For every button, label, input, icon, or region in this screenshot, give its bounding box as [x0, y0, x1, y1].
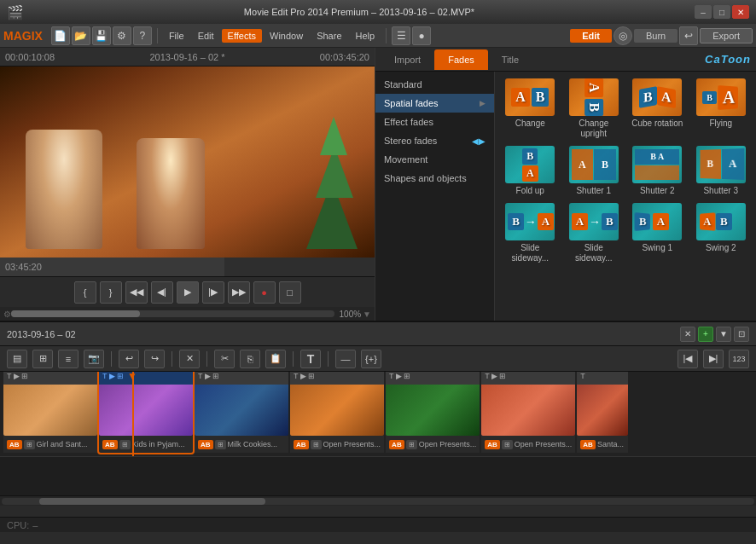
effect-change-upright[interactable]: A B Change upright [566, 78, 623, 139]
expand-button[interactable]: ⊡ [734, 327, 749, 342]
copy-button[interactable]: ⎘ [240, 350, 260, 368]
timeline-menu-button[interactable]: ▼ [716, 327, 731, 342]
save-button[interactable]: 💾 [92, 26, 111, 45]
sidebar-item-spatial[interactable]: Spatial fades ▶ [375, 94, 494, 113]
effect-tool-button[interactable]: {+} [361, 350, 381, 368]
clip-open2[interactable]: T ▶ ⊞ AB ⊞ Open Presents... [386, 372, 480, 453]
menu-help[interactable]: Help [350, 29, 381, 43]
undo-button[interactable]: ↩ [119, 350, 139, 368]
timeline-scrollbar[interactable] [0, 495, 756, 506]
sidebar-item-effect[interactable]: Effect fades [375, 113, 494, 131]
mark-out-button[interactable]: } [100, 281, 122, 304]
window-title: Movie Edit Pro 2014 Premium – 2013-09-16… [24, 7, 695, 17]
close-button[interactable]: ✕ [732, 5, 749, 19]
export-button[interactable]: Export [700, 28, 753, 43]
clip-girl-sant[interactable]: T ▶ ⊞ AB ⊞ Girl and Sant... [3, 372, 97, 453]
settings-button[interactable]: ⚙ [113, 26, 131, 45]
end-button[interactable]: ▶| [703, 350, 724, 368]
effect-thumb-slide1: B → A [505, 203, 555, 240]
effect-slide1[interactable]: B → A Slide sideway... [502, 203, 559, 263]
new-button[interactable]: 📄 [51, 26, 70, 45]
close-timeline-button[interactable]: ✕ [680, 327, 695, 342]
menu-file[interactable]: File [163, 29, 190, 43]
sidebar-item-movement[interactable]: Movement [375, 150, 494, 169]
effect-thumb-change: A B → [505, 78, 555, 116]
menu-effects[interactable]: Effects [222, 29, 262, 43]
sidebar-item-stereo[interactable]: Stereo fades ◀▶ [375, 131, 494, 150]
title-bar: 🎬 Movie Edit Pro 2014 Premium – 2013-09-… [0, 0, 756, 24]
effect-shutter2[interactable]: B A Shutter 2 [629, 146, 686, 196]
scroll-track[interactable] [11, 310, 334, 317]
redo-button[interactable]: ↪ [144, 350, 165, 368]
view-mode-button[interactable]: ▤ [7, 350, 27, 368]
preview-position: 03:45:20 [5, 262, 42, 272]
extra-icon[interactable]: ☰ [392, 26, 410, 45]
burn-icon[interactable]: ◎ [614, 26, 632, 45]
paste-button[interactable]: 📋 [265, 350, 286, 368]
effect-cube-rotation[interactable]: B A Cube rotation [629, 78, 686, 139]
sidebar-item-standard[interactable]: Standard [375, 75, 494, 94]
sep2 [386, 28, 387, 43]
snapshot-button[interactable]: □ [279, 281, 301, 304]
menu-window[interactable]: Window [264, 29, 309, 43]
preview-scrollbar[interactable]: ⚙ 100% ▼ [0, 307, 375, 321]
add-track-button[interactable]: + [698, 327, 713, 342]
edit-mode-button[interactable]: Edit [570, 29, 612, 43]
effect-swing1[interactable]: B A Swing 1 [629, 203, 686, 263]
timeline-scroll-thumb[interactable] [39, 498, 265, 505]
preview-header: 00:00:10:08 2013-09-16 – 02 * 00:03:45:2… [0, 48, 375, 67]
effect-shutter3[interactable]: B A Shutter 3 [693, 146, 750, 196]
mark-in-button[interactable]: { [74, 281, 96, 304]
ab-badge7: AB [580, 440, 596, 449]
step-back-button[interactable]: ◀| [151, 281, 173, 304]
toolbar-sep5 [328, 351, 329, 367]
window-controls[interactable]: – □ ✕ [695, 5, 749, 19]
minimize-button[interactable]: – [695, 5, 712, 19]
play-button[interactable]: ▶ [177, 281, 199, 304]
tab-import[interactable]: Import [381, 49, 434, 70]
tab-title[interactable]: Title [488, 49, 532, 70]
effects-panel: Import Fades Title CaToon Standard Spati… [375, 48, 756, 321]
timecode-start: 00:00:10:08 [5, 52, 55, 62]
menu-bar: MAGIX 📄 📂 💾 ⚙ ? File Edit Effects Window… [0, 24, 756, 48]
tab-fades[interactable]: Fades [434, 49, 488, 70]
back-icon[interactable]: ↩ [679, 26, 698, 45]
menu-share[interactable]: Share [311, 29, 347, 43]
help-tool-button[interactable]: ? [133, 26, 152, 45]
marker-button[interactable]: — [335, 350, 356, 368]
clip-santa[interactable]: T AB Santa... [577, 372, 628, 453]
record-button[interactable]: ● [253, 281, 276, 304]
camera-button[interactable]: 📷 [84, 350, 104, 368]
scroll-thumb[interactable] [11, 310, 140, 317]
list-view-button[interactable]: ≡ [58, 350, 79, 368]
open-button[interactable]: 📂 [72, 26, 90, 45]
clip-kids-pyjam[interactable]: T ▶ ⊞ AB ⊞ Kids in Pyjam... [99, 372, 193, 453]
effect-swing2[interactable]: A B Swing 2 [693, 203, 750, 263]
step-forward-button[interactable]: |▶ [202, 281, 224, 304]
sidebar-item-shapes[interactable]: Shapes and objects [375, 169, 494, 188]
delete-button[interactable]: ✕ [179, 350, 200, 368]
grid-view-button[interactable]: ⊞ [32, 350, 53, 368]
toolbar-sep2 [172, 351, 172, 367]
clip-open1[interactable]: T ▶ ⊞ AB ⊞ Open Presents... [290, 372, 384, 453]
burn-button[interactable]: Burn [634, 29, 677, 43]
effect-shutter1[interactable]: A B Shutter 1 [566, 146, 623, 196]
timeline-scroll-track[interactable] [2, 498, 754, 505]
preview-position-bar[interactable]: 03:45:20 [0, 258, 375, 276]
effect-slide2[interactable]: A → B Slide sideway... [566, 203, 623, 263]
effect-change[interactable]: A B → Change [502, 78, 559, 139]
toolbar-sep3 [206, 351, 207, 367]
start-button[interactable]: |◀ [677, 350, 698, 368]
media-icon[interactable]: ● [412, 26, 431, 45]
next-frame-button[interactable]: ▶▶ [228, 281, 250, 304]
effect-flying[interactable]: B A Flying [693, 78, 750, 139]
text-button[interactable]: T [300, 350, 321, 368]
maximize-button[interactable]: □ [713, 5, 730, 19]
clip-open3[interactable]: T ▶ ⊞ AB ⊞ Open Presents... [481, 372, 575, 453]
effect-fold-up[interactable]: B A Fold up [502, 146, 559, 196]
prev-frame-button[interactable]: ◀◀ [125, 281, 148, 304]
cut-button[interactable]: ✂ [214, 350, 235, 368]
counter-button[interactable]: 123 [729, 350, 749, 368]
menu-edit[interactable]: Edit [192, 29, 220, 43]
clip-milk[interactable]: T ▶ ⊞ AB ⊞ Milk Cookies... [195, 372, 288, 453]
